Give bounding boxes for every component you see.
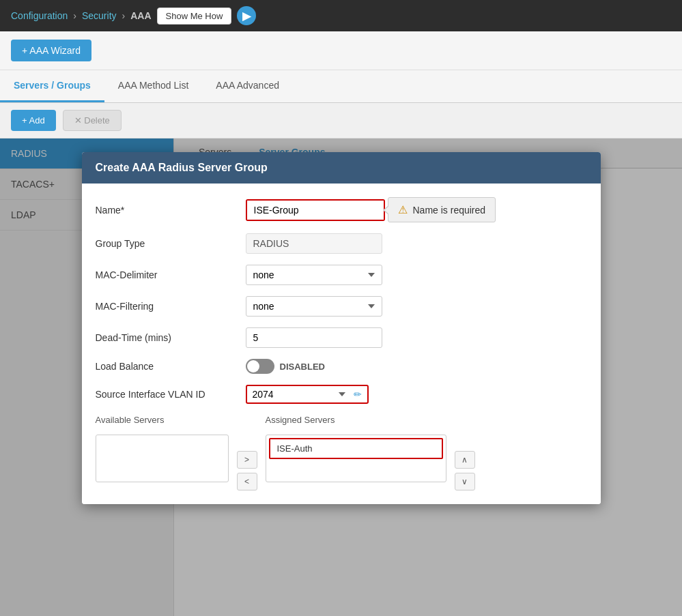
add-button[interactable]: + Add [11,110,56,131]
show-me-how-button[interactable]: Show Me How [157,8,232,25]
load-balance-row: Load Balance DISABLED [96,359,587,374]
load-balance-toggle[interactable] [246,359,274,374]
tab-aaa-method-list[interactable]: AAA Method List [104,70,203,102]
mac-filtering-label: MAC-Filtering [96,301,246,312]
name-row: Name* ⚠ Name is required [96,197,587,222]
secondary-toolbar: + AAA Wizard [0,31,682,70]
configuration-link[interactable]: Configuration [11,10,68,21]
mac-delimiter-label: MAC-Delimiter [96,269,246,280]
transfer-forward-button[interactable]: > [237,451,257,469]
main-tab-bar: Servers / Groups AAA Method List AAA Adv… [0,70,682,103]
source-interface-select[interactable]: 2074 [253,389,348,400]
available-servers-label: Available Servers [96,415,229,425]
available-servers-col: Available Servers [96,415,229,429]
source-interface-label: Source Interface VLAN ID [96,389,246,400]
right-panel: Servers Server Groups Create AAA Radius … [174,138,682,616]
nav-separator-1: › [73,10,76,21]
name-error-text: Name is required [413,205,486,216]
dead-time-row: Dead-Time (mins) [96,327,587,348]
sort-up-button[interactable]: ∧ [455,451,475,469]
assigned-servers-col: Assigned Servers [266,415,587,429]
assigned-servers-label: Assigned Servers [266,415,587,425]
source-interface-row: Source Interface VLAN ID 2074 ✏ [96,385,587,404]
main-content: RADIUS TACACS+ LDAP Servers Server Group… [0,138,682,616]
source-interface-wrapper: 2074 ✏ [246,385,369,404]
modal-overlay: Create AAA Radius Server Group Name* ⚠ [0,138,682,616]
tab-servers-groups[interactable]: Servers / Groups [0,70,104,102]
dead-time-label: Dead-Time (mins) [96,332,246,343]
modal-body: Name* ⚠ Name is required [82,184,601,504]
dead-time-input[interactable] [246,327,382,348]
available-servers-box [96,435,229,482]
name-label: Name* [96,205,246,216]
load-balance-status: DISABLED [280,362,325,372]
name-input-border [246,199,385,221]
servers-transfer-section: Available Servers Assigned Servers [96,415,587,490]
top-nav: Configuration › Security › AAA Show Me H… [0,0,682,31]
delete-button: ✕ Delete [63,110,122,131]
tab-aaa-advanced[interactable]: AAA Advanced [202,70,293,102]
transfer-backward-button[interactable]: < [237,473,257,490]
mac-filtering-select[interactable]: none enabled [246,296,382,317]
mac-filtering-row: MAC-Filtering none enabled [96,296,587,317]
source-interface-edit-icon[interactable]: ✏ [354,389,362,400]
action-bar: + Add ✕ Delete [0,103,682,138]
load-balance-toggle-wrapper: DISABLED [246,359,325,374]
aaa-wizard-button[interactable]: + AAA Wizard [11,40,91,61]
name-error-tooltip: ⚠ Name is required [388,197,496,222]
name-input[interactable] [247,201,384,220]
name-field-wrapper: ⚠ Name is required [246,197,496,222]
transfer-buttons: > < [237,435,257,490]
mac-delimiter-row: MAC-Delimiter none colon hyphen dot [96,265,587,285]
security-link[interactable]: Security [82,10,117,21]
modal-header: Create AAA Radius Server Group [82,152,601,184]
warning-icon: ⚠ [398,203,408,216]
current-page-label: AAA [130,10,151,21]
create-server-group-modal: Create AAA Radius Server Group Name* ⚠ [82,152,601,504]
group-type-label: Group Type [96,238,246,249]
sort-down-button[interactable]: ∨ [455,473,475,490]
servers-transfer-controls: > < ISE-Auth ∧ ∨ [96,435,587,490]
mac-delimiter-select[interactable]: none colon hyphen dot [246,265,382,285]
load-balance-label: Load Balance [96,361,246,372]
group-type-value: RADIUS [246,233,382,254]
assigned-servers-box: ISE-Auth [266,435,446,482]
modal-title: Create AAA Radius Server Group [96,162,268,173]
nav-separator-2: › [122,10,126,21]
help-circle-icon[interactable]: ▶ [237,6,256,25]
assigned-server-item[interactable]: ISE-Auth [269,438,443,459]
sort-buttons: ∧ ∨ [455,435,475,490]
group-type-row: Group Type RADIUS [96,233,587,254]
